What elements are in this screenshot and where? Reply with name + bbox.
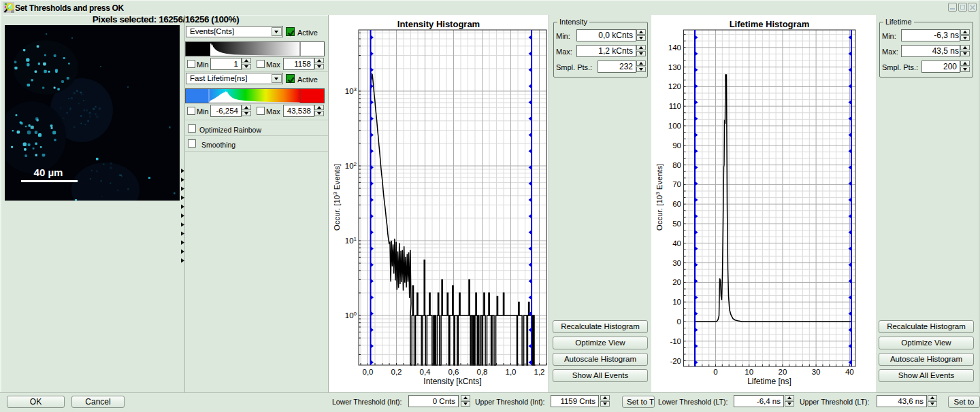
svg-text:80: 80 xyxy=(672,161,681,169)
svg-text:90: 90 xyxy=(672,141,681,150)
svg-text:Lifetime Histogram: Lifetime Histogram xyxy=(730,19,810,29)
svg-text:0,8: 0,8 xyxy=(477,368,488,376)
svg-text:50: 50 xyxy=(672,220,681,228)
svg-text:-10: -10 xyxy=(670,337,681,345)
svg-text:0,0: 0,0 xyxy=(363,368,374,376)
svg-text:30: 30 xyxy=(672,259,681,267)
svg-text:110: 110 xyxy=(669,102,681,110)
svg-text:103: 103 xyxy=(345,86,357,95)
svg-text:-20: -20 xyxy=(670,357,681,365)
svg-text:Occur. [103 Events]: Occur. [103 Events] xyxy=(332,164,341,230)
svg-text:102: 102 xyxy=(345,161,357,170)
svg-text:40: 40 xyxy=(845,368,854,376)
svg-text:101: 101 xyxy=(345,236,357,245)
svg-text:100: 100 xyxy=(668,122,681,130)
svg-text:0: 0 xyxy=(713,368,717,376)
svg-text:0,4: 0,4 xyxy=(420,368,431,376)
svg-text:Lifetime [ns]: Lifetime [ns] xyxy=(747,377,791,386)
svg-text:Intensity Histogram: Intensity Histogram xyxy=(397,19,480,29)
svg-text:30: 30 xyxy=(812,368,821,376)
svg-text:Occur. [103 Events]: Occur. [103 Events] xyxy=(655,164,664,230)
svg-text:1,2: 1,2 xyxy=(534,368,545,376)
svg-text:10: 10 xyxy=(672,298,681,306)
svg-text:1,0: 1,0 xyxy=(506,368,517,376)
svg-text:0,6: 0,6 xyxy=(448,368,459,376)
svg-text:0: 0 xyxy=(677,317,681,326)
svg-text:Intensity [kCnts]: Intensity [kCnts] xyxy=(423,377,481,386)
svg-text:70: 70 xyxy=(672,180,681,188)
svg-text:40: 40 xyxy=(672,239,681,247)
svg-text:20: 20 xyxy=(672,278,681,286)
svg-text:40 µm: 40 µm xyxy=(34,167,63,178)
svg-text:130: 130 xyxy=(668,63,681,71)
svg-text:20: 20 xyxy=(779,368,787,376)
svg-text:0,2: 0,2 xyxy=(391,368,402,376)
svg-text:60: 60 xyxy=(672,200,681,208)
svg-text:120: 120 xyxy=(668,82,681,90)
svg-text:140: 140 xyxy=(668,44,681,52)
svg-text:10: 10 xyxy=(745,368,753,376)
svg-text:100: 100 xyxy=(345,311,357,320)
